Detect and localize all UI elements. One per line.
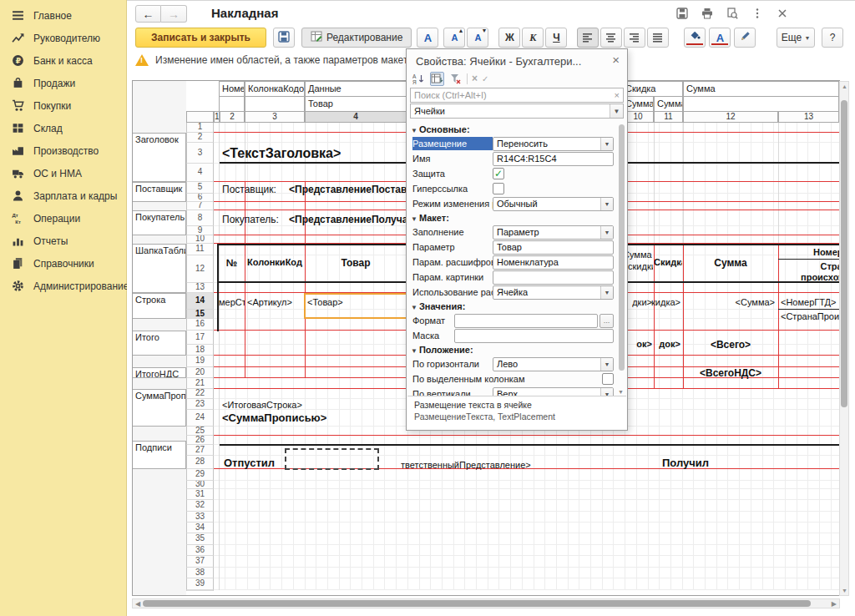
template-section-label[interactable]: СуммаПрописью xyxy=(132,389,186,427)
sidebar-item-dtkt[interactable]: ДтКтОперации xyxy=(0,207,126,230)
row-number[interactable]: 18 xyxy=(186,345,214,356)
row-number[interactable]: 3 xyxy=(186,143,214,164)
property-row[interactable]: По горизонталиЛево▼ xyxy=(407,356,626,371)
help-button[interactable]: ? xyxy=(822,28,843,48)
row-number[interactable]: 22 xyxy=(186,389,214,399)
sidebar-item-person[interactable]: Зарплата и кадры xyxy=(0,184,126,207)
property-row[interactable]: Парам. расшифровНоменклатура xyxy=(407,255,626,270)
template-section-label[interactable]: Поставщик xyxy=(132,182,186,202)
back-button[interactable]: ← xyxy=(135,5,161,23)
template-cell[interactable]: <Сумма> xyxy=(691,296,775,308)
property-checkbox[interactable] xyxy=(493,183,504,194)
property-row[interactable]: По выделенным колонкам xyxy=(407,371,626,386)
property-row[interactable]: ЗаполнениеПараметр▼ xyxy=(407,225,626,240)
property-input[interactable] xyxy=(454,329,614,343)
template-cell[interactable]: <ТекстЗаголовка> xyxy=(222,144,407,162)
row-number[interactable]: 2 xyxy=(186,133,214,143)
close-icon[interactable] xyxy=(777,8,788,19)
sidebar-item-trend[interactable]: Руководителю xyxy=(0,27,126,49)
align-right-button[interactable] xyxy=(624,28,645,48)
row-number[interactable]: 34 xyxy=(186,523,214,533)
template-cell[interactable]: Поставщик: xyxy=(222,183,289,196)
row-number[interactable]: 30 xyxy=(186,481,214,489)
vertical-scroll-thumb[interactable] xyxy=(841,100,847,407)
row-number[interactable]: 7 xyxy=(186,202,214,210)
more-button[interactable]: Еще ▼ xyxy=(777,28,815,48)
property-row[interactable]: ИмяR14C4:R15C4 xyxy=(407,151,626,166)
template-cell[interactable]: скидки xyxy=(628,260,653,272)
template-cell[interactable]: тветственныйПредставление> xyxy=(401,459,593,471)
font-increase-button[interactable]: А▲ xyxy=(443,28,465,48)
property-input[interactable] xyxy=(454,314,598,328)
select-arrow-icon[interactable]: ▼ xyxy=(600,286,613,299)
property-row[interactable]: Парам. картинки xyxy=(407,270,626,285)
sidebar-item-books[interactable]: Справочники xyxy=(0,252,126,275)
property-row[interactable]: Защита✓ xyxy=(407,166,626,181)
column-number[interactable]: 13 xyxy=(778,111,839,123)
sidebar-item-factory[interactable]: Производство xyxy=(0,139,126,162)
column-group-header-cell[interactable]: Сумма xyxy=(654,96,683,112)
property-input[interactable] xyxy=(493,270,614,285)
line-color-button[interactable] xyxy=(734,28,756,48)
combo-arrow-icon[interactable]: ▼ xyxy=(610,104,623,118)
property-row[interactable]: РазмещениеПереносить▼ xyxy=(407,136,626,151)
sidebar-item-truck[interactable]: ОС и НМА xyxy=(0,162,126,184)
row-number[interactable]: 28 xyxy=(186,456,214,469)
object-selector[interactable]: Ячейки ▼ xyxy=(410,104,624,119)
panel-close-icon[interactable]: × xyxy=(612,53,620,67)
row-number[interactable]: 36 xyxy=(186,545,214,556)
edit-mode-button[interactable]: Редактирование xyxy=(301,28,412,48)
template-cell[interactable]: <ИтоговаяСтрока> xyxy=(222,399,356,411)
fill-color-button[interactable] xyxy=(684,28,706,48)
property-input[interactable]: R14C4:R15C4 xyxy=(493,152,614,166)
select-arrow-icon[interactable]: ▼ xyxy=(600,226,613,239)
template-cell[interactable]: Получил xyxy=(662,456,746,470)
column-group-header-cell[interactable] xyxy=(245,96,305,112)
row-number[interactable]: 10 xyxy=(186,235,214,244)
apply-check-icon[interactable]: ✓ xyxy=(482,74,488,83)
font-color-button[interactable]: A xyxy=(709,28,731,48)
save-icon[interactable] xyxy=(676,8,688,19)
font-button[interactable]: A xyxy=(417,28,438,48)
column-number[interactable]: 2 xyxy=(220,111,245,123)
bold-button[interactable]: Ж xyxy=(498,28,520,48)
row-number[interactable]: 17 xyxy=(186,331,214,345)
property-group-header[interactable]: ▼Положение: xyxy=(407,343,626,356)
scroll-left-icon[interactable]: ◀ xyxy=(133,600,143,608)
preview-icon[interactable] xyxy=(726,8,738,19)
template-section-label[interactable]: ШапкаТаблицы xyxy=(132,244,186,293)
row-number[interactable]: 29 xyxy=(186,469,214,481)
row-number[interactable]: 16 xyxy=(186,319,214,331)
row-number[interactable]: 35 xyxy=(186,533,214,545)
sidebar-item-bag[interactable]: Продажи xyxy=(0,72,126,94)
property-row[interactable]: ПараметрТовар xyxy=(407,240,626,255)
column-group-header-cell[interactable]: Скидка xyxy=(622,81,683,97)
scroll-right-icon[interactable]: ▶ xyxy=(829,600,839,608)
forward-button[interactable]: → xyxy=(161,5,187,23)
column-group-header-cell[interactable]: КолонкаКодов xyxy=(245,81,305,97)
property-row[interactable]: Гиперссылка xyxy=(407,181,626,196)
group-by-category-icon[interactable] xyxy=(430,72,444,86)
property-select[interactable]: Параметр▼ xyxy=(493,225,614,240)
sort-alpha-icon[interactable]: AЯ xyxy=(412,72,426,86)
template-cell[interactable]: Сумма xyxy=(683,256,778,270)
template-cell[interactable]: кидка> xyxy=(650,296,680,308)
template-section-label[interactable]: Итого xyxy=(132,331,186,356)
row-number[interactable]: 24 xyxy=(186,410,214,427)
property-select[interactable]: Лево▼ xyxy=(493,357,614,371)
underline-button[interactable]: Ч xyxy=(545,28,567,48)
row-number[interactable]: 27 xyxy=(186,445,214,456)
column-number[interactable]: 4 xyxy=(305,111,407,123)
row-number[interactable]: 1 xyxy=(186,123,214,133)
row-number[interactable]: 11 xyxy=(186,244,214,255)
property-input[interactable]: Номенклатура xyxy=(493,255,614,270)
align-left-button[interactable] xyxy=(577,28,599,48)
row-number[interactable]: 39 xyxy=(186,578,214,590)
row-number[interactable]: 19 xyxy=(186,356,214,367)
row-number[interactable]: 25 xyxy=(186,427,214,436)
italic-button[interactable]: К xyxy=(522,28,544,48)
filter-clear-icon[interactable] xyxy=(448,72,463,86)
column-group-header-cell[interactable] xyxy=(219,96,245,112)
property-row[interactable]: Маска xyxy=(407,328,626,343)
template-cell[interactable]: док> xyxy=(650,338,680,350)
